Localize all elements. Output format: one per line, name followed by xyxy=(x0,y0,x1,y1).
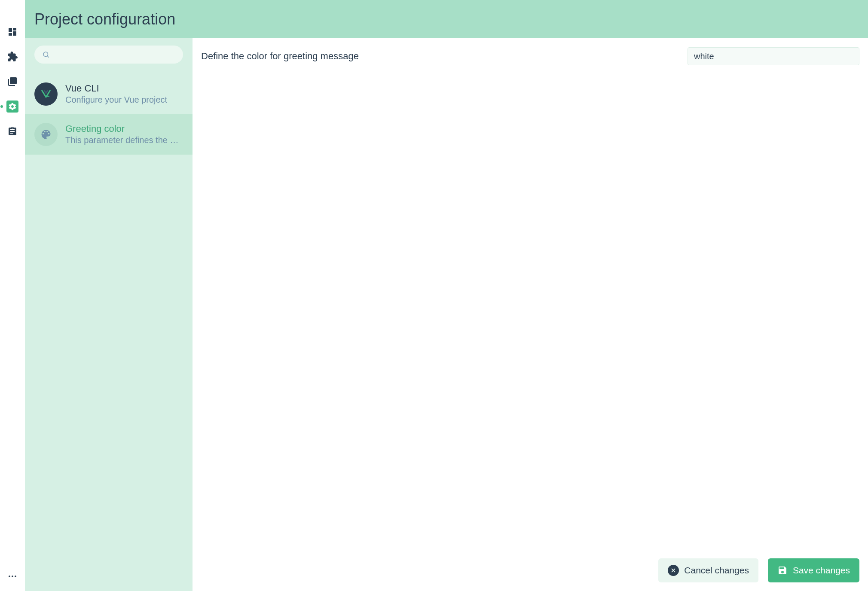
library-icon xyxy=(7,76,18,87)
svg-line-4 xyxy=(47,56,49,57)
field-label: Define the color for greeting message xyxy=(201,51,670,62)
settings-icon xyxy=(8,102,17,111)
config-item-greeting-color[interactable]: Greeting color This parameter defines th… xyxy=(25,114,193,155)
search-icon xyxy=(42,51,50,58)
svg-point-3 xyxy=(43,52,48,57)
config-item-title: Greeting color xyxy=(65,123,183,134)
nav-dashboard[interactable] xyxy=(6,26,18,38)
save-icon xyxy=(777,565,788,576)
save-button-label: Save changes xyxy=(793,565,850,576)
nav-dependencies[interactable] xyxy=(6,76,18,88)
cancel-icon xyxy=(668,565,679,576)
color-input[interactable] xyxy=(688,47,859,65)
search-input[interactable] xyxy=(54,51,175,58)
search-input-wrapper[interactable] xyxy=(34,46,183,64)
cancel-button-label: Cancel changes xyxy=(684,565,749,576)
config-item-desc: This parameter defines the … xyxy=(65,134,183,146)
field-row: Define the color for greeting message xyxy=(201,47,859,65)
config-item-title: Vue CLI xyxy=(65,83,183,94)
extension-icon xyxy=(7,51,18,62)
svg-point-0 xyxy=(9,576,10,577)
save-button[interactable]: Save changes xyxy=(768,558,859,582)
action-bar: Cancel changes Save changes xyxy=(193,558,868,591)
form-area: Define the color for greeting message xyxy=(193,38,868,558)
dashboard-icon xyxy=(7,27,18,37)
config-item-vue-cli[interactable]: Vue CLI Configure your Vue project xyxy=(25,74,193,114)
more-icon xyxy=(7,571,18,582)
nav-configuration[interactable] xyxy=(6,101,18,113)
nav-plugins[interactable] xyxy=(6,51,18,63)
palette-icon xyxy=(34,123,58,146)
page-title: Project configuration xyxy=(34,10,859,28)
config-list: Vue CLI Configure your Vue project Greet… xyxy=(25,74,193,155)
nav-more[interactable] xyxy=(6,570,18,582)
vue-icon xyxy=(34,82,58,106)
nav-tasks[interactable] xyxy=(6,125,18,137)
main-panel: Project configuration xyxy=(25,0,868,591)
body: Vue CLI Configure your Vue project Greet… xyxy=(25,38,868,591)
page-header: Project configuration xyxy=(25,0,868,38)
svg-point-1 xyxy=(12,576,13,577)
config-sidebar: Vue CLI Configure your Vue project Greet… xyxy=(25,38,193,591)
content-panel: Define the color for greeting message Ca… xyxy=(193,38,868,591)
svg-point-2 xyxy=(15,576,16,577)
config-item-desc: Configure your Vue project xyxy=(65,94,183,105)
cancel-button[interactable]: Cancel changes xyxy=(658,558,758,582)
nav-rail xyxy=(0,0,25,591)
assignment-icon xyxy=(7,126,18,137)
